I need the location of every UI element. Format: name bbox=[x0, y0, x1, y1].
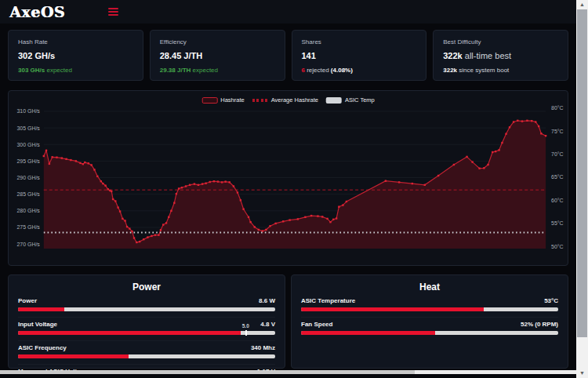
hashrate-point bbox=[249, 221, 251, 223]
progress-bar-track bbox=[301, 331, 558, 335]
hashrate-point bbox=[176, 193, 177, 194]
hashrate-point bbox=[213, 180, 215, 182]
hashrate-point bbox=[51, 156, 53, 158]
hashrate-point bbox=[129, 227, 130, 229]
hashrate-point bbox=[346, 201, 347, 202]
hashrate-point bbox=[168, 216, 169, 218]
hashrate-point bbox=[254, 226, 256, 227]
y-axis-left-tick: 310 GH/s bbox=[16, 108, 40, 114]
hashrate-point bbox=[75, 160, 77, 162]
hashrate-point bbox=[258, 229, 260, 231]
text-part: rejected bbox=[305, 67, 331, 74]
progress-bar-fill bbox=[18, 331, 241, 335]
metric-value: 8.6 W bbox=[259, 297, 275, 304]
stat-card-subvalue: 322k since system boot bbox=[443, 67, 558, 74]
legend-item-hashrate[interactable]: Hashrate bbox=[201, 96, 244, 104]
y-axis-left-tick: 270 GH/s bbox=[16, 242, 40, 247]
metric-value: 53°C bbox=[544, 297, 558, 304]
heat-metrics: ASIC Temperature53°CFan Speed52% (0 RPM) bbox=[301, 294, 558, 340]
hashrate-swatch-icon bbox=[201, 97, 217, 104]
hashrate-point bbox=[205, 183, 206, 184]
hashrate-point bbox=[131, 231, 132, 232]
hashrate-point bbox=[326, 218, 328, 220]
hashrate-point bbox=[143, 238, 144, 240]
hashrate-point bbox=[178, 187, 180, 189]
hashrate-point bbox=[88, 162, 89, 164]
hashrate-point bbox=[240, 199, 241, 201]
progress-bar-track bbox=[18, 307, 275, 311]
stat-cards-row: Hash Rate302 GH/s303 GH/s expectedEffici… bbox=[8, 30, 568, 81]
text-part: expected bbox=[191, 67, 218, 74]
stat-card-value: 322k all-time best bbox=[443, 51, 558, 60]
hashrate-point bbox=[154, 234, 156, 236]
y-axis-right-tick: 50°C bbox=[551, 244, 564, 249]
hashrate-point bbox=[453, 164, 455, 165]
scroll-up-arrow-icon[interactable]: ▲ bbox=[576, 0, 588, 9]
vertical-scrollbar[interactable]: ▲ ▼ bbox=[576, 0, 588, 378]
horizontal-scrollbar[interactable] bbox=[0, 370, 576, 374]
vertical-scrollbar-thumb[interactable] bbox=[577, 9, 587, 337]
stat-card-subvalue: 6 rejected (4.08%) bbox=[302, 67, 417, 74]
hashrate-point bbox=[233, 185, 234, 187]
scroll-down-arrow-icon[interactable]: ▼ bbox=[576, 369, 588, 378]
metric-row-asic-frequency: ASIC Frequency340 Mhz bbox=[18, 340, 275, 364]
hashrate-point bbox=[198, 184, 199, 186]
hashrate-point bbox=[237, 191, 238, 193]
hashrate-point bbox=[117, 206, 118, 208]
metric-row-fan-speed: Fan Speed52% (0 RPM) bbox=[301, 317, 558, 340]
menu-toggle-button[interactable] bbox=[108, 8, 118, 16]
legend-label: Hashrate bbox=[220, 96, 244, 104]
legend-label: ASIC Temp bbox=[345, 96, 375, 104]
stat-card-label: Best Difficulty bbox=[443, 38, 558, 45]
hashrate-point bbox=[498, 149, 499, 151]
hashrate-point bbox=[297, 218, 299, 220]
stat-card-shares: Shares1416 rejected (4.08%) bbox=[292, 30, 427, 81]
power-panel: Power Power8.6 WInput Voltage4.8 V5.0ASI… bbox=[8, 274, 285, 369]
chart-legend: HashrateAverage HashrateASIC Temp bbox=[201, 96, 375, 104]
metric-head: Power8.6 W bbox=[18, 297, 275, 304]
metric-label: ASIC Temperature bbox=[301, 297, 355, 304]
hashrate-point bbox=[43, 155, 45, 157]
hashrate-point bbox=[385, 180, 387, 182]
hashrate-point bbox=[398, 181, 400, 183]
text-part: 141 bbox=[302, 51, 316, 60]
target-marker-label: 5.0 bbox=[242, 323, 249, 329]
metric-label: Input Voltage bbox=[18, 321, 57, 328]
power-panel-title: Power bbox=[18, 282, 275, 293]
hashrate-point bbox=[224, 180, 226, 182]
metric-row-asic-temperature: ASIC Temperature53°C bbox=[301, 294, 558, 317]
hashrate-point bbox=[162, 224, 164, 225]
hashrate-point bbox=[478, 168, 480, 169]
page-viewport: AxeOS Hash Rate302 GH/s303 GH/s expected… bbox=[0, 0, 576, 374]
hashrate-point bbox=[437, 175, 439, 176]
hashrate-point bbox=[517, 120, 518, 122]
hashrate-point bbox=[492, 151, 493, 153]
hashrate-chart-panel: HashrateAverage HashrateASIC Temp 270 GH… bbox=[8, 90, 568, 266]
y-axis-right-tick: 75°C bbox=[551, 129, 564, 134]
progress-bar-track: 5.0 bbox=[18, 331, 275, 335]
text-part: expected bbox=[45, 67, 72, 74]
hashrate-point bbox=[495, 151, 496, 152]
hashrate-point bbox=[56, 157, 57, 158]
metric-head: Input Voltage4.8 V bbox=[18, 321, 275, 328]
hashrate-point bbox=[535, 121, 536, 122]
stat-card-subvalue: 29.38 J/TH expected bbox=[160, 67, 275, 74]
stat-card-value: 28.45 J/TH bbox=[160, 51, 275, 60]
hashrate-point bbox=[242, 209, 244, 210]
metric-row-input-voltage: Input Voltage4.8 V5.0 bbox=[18, 317, 275, 340]
hashrate-point bbox=[170, 210, 172, 212]
hashrate-point bbox=[342, 204, 343, 205]
legend-item-asic-temp[interactable]: ASIC Temp bbox=[326, 96, 375, 104]
stat-card-value: 141 bbox=[302, 51, 417, 60]
temp-swatch-icon bbox=[326, 97, 342, 104]
hashrate-point bbox=[317, 215, 318, 216]
hashrate-point bbox=[310, 215, 312, 216]
hashrate-point bbox=[194, 183, 195, 184]
text-part: 29.38 J/TH bbox=[160, 67, 191, 74]
legend-label: Average Hashrate bbox=[271, 96, 318, 104]
hashrate-point bbox=[217, 180, 219, 182]
horizontal-scrollbar-thumb[interactable] bbox=[0, 370, 415, 374]
hashrate-point bbox=[151, 235, 152, 237]
hashrate-point bbox=[248, 216, 249, 218]
legend-item-average-hashrate[interactable]: Average Hashrate bbox=[252, 96, 318, 104]
